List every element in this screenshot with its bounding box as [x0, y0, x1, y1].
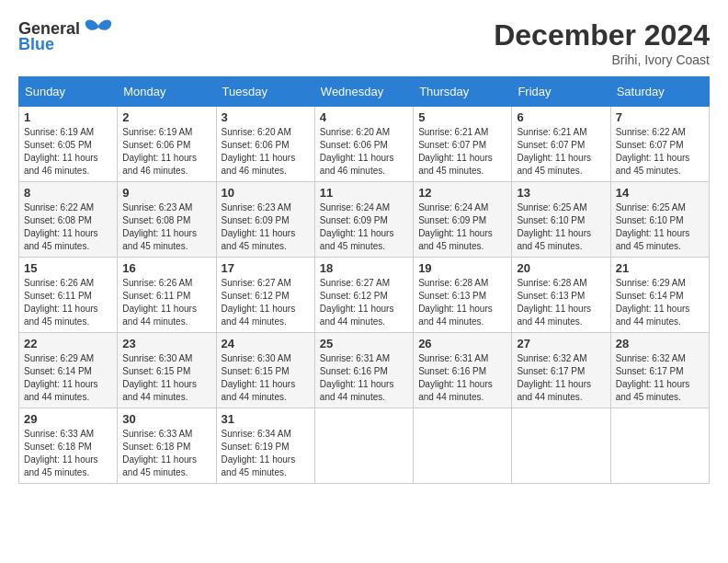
day-number: 6 [517, 110, 605, 124]
day-info: Sunrise: 6:25 AMSunset: 6:10 PMDaylight:… [517, 202, 591, 251]
day-19: 19 Sunrise: 6:28 AMSunset: 6:13 PMDaylig… [414, 258, 512, 333]
day-28: 28 Sunrise: 6:32 AMSunset: 6:17 PMDaylig… [610, 333, 709, 408]
day-number: 2 [122, 110, 210, 124]
day-info: Sunrise: 6:23 AMSunset: 6:09 PMDaylight:… [222, 202, 296, 251]
header-tuesday: Tuesday [216, 77, 314, 107]
day-info: Sunrise: 6:33 AMSunset: 6:18 PMDaylight:… [24, 429, 98, 477]
day-15: 15 Sunrise: 6:26 AMSunset: 6:11 PMDaylig… [19, 258, 118, 333]
day-info: Sunrise: 6:33 AMSunset: 6:18 PMDaylight:… [122, 429, 197, 477]
calendar-table: SundayMondayTuesdayWednesdayThursdayFrid… [18, 76, 710, 484]
day-22: 22 Sunrise: 6:29 AMSunset: 6:14 PMDaylig… [19, 333, 118, 408]
day-number: 10 [222, 186, 310, 200]
day-info: Sunrise: 6:24 AMSunset: 6:09 PMDaylight:… [320, 202, 394, 251]
header: General Blue December 2024 Brihi, Ivory … [18, 18, 710, 67]
header-sunday: Sunday [19, 77, 118, 107]
day-info: Sunrise: 6:20 AMSunset: 6:06 PMDaylight:… [222, 127, 296, 176]
day-7: 7 Sunrise: 6:22 AMSunset: 6:07 PMDayligh… [610, 107, 709, 182]
day-info: Sunrise: 6:24 AMSunset: 6:09 PMDaylight:… [418, 202, 493, 251]
title-section: December 2024 Brihi, Ivory Coast [494, 18, 710, 67]
header-thursday: Thursday [414, 77, 512, 107]
week-row-5: 29 Sunrise: 6:33 AMSunset: 6:18 PMDaylig… [19, 408, 710, 484]
day-12: 12 Sunrise: 6:24 AMSunset: 6:09 PMDaylig… [414, 182, 512, 258]
day-9: 9 Sunrise: 6:23 AMSunset: 6:08 PMDayligh… [118, 182, 216, 258]
day-27: 27 Sunrise: 6:32 AMSunset: 6:17 PMDaylig… [512, 333, 610, 408]
day-info: Sunrise: 6:27 AMSunset: 6:12 PMDaylight:… [320, 278, 394, 327]
day-number: 25 [320, 337, 408, 350]
header-saturday: Saturday [610, 77, 709, 107]
day-number: 1 [24, 110, 112, 124]
day-number: 28 [616, 337, 704, 350]
day-number: 11 [320, 186, 408, 200]
day-number: 18 [320, 261, 408, 275]
day-info: Sunrise: 6:22 AMSunset: 6:08 PMDaylight:… [24, 202, 98, 251]
day-info: Sunrise: 6:19 AMSunset: 6:06 PMDaylight:… [122, 127, 197, 176]
day-4: 4 Sunrise: 6:20 AMSunset: 6:06 PMDayligh… [314, 107, 413, 182]
day-number: 31 [222, 412, 310, 426]
day-info: Sunrise: 6:32 AMSunset: 6:17 PMDaylight:… [616, 353, 690, 402]
day-info: Sunrise: 6:21 AMSunset: 6:07 PMDaylight:… [418, 127, 493, 176]
day-info: Sunrise: 6:28 AMSunset: 6:13 PMDaylight:… [517, 278, 591, 327]
day-info: Sunrise: 6:25 AMSunset: 6:10 PMDaylight:… [616, 202, 690, 251]
header-monday: Monday [118, 77, 216, 107]
day-number: 26 [418, 337, 506, 350]
day-30: 30 Sunrise: 6:33 AMSunset: 6:18 PMDaylig… [118, 408, 216, 484]
day-number: 7 [616, 110, 704, 124]
day-20: 20 Sunrise: 6:28 AMSunset: 6:13 PMDaylig… [512, 258, 610, 333]
day-info: Sunrise: 6:30 AMSunset: 6:15 PMDaylight:… [222, 353, 296, 402]
day-26: 26 Sunrise: 6:31 AMSunset: 6:16 PMDaylig… [414, 333, 512, 408]
day-number: 8 [24, 186, 112, 200]
logo-blue-text: Blue [18, 35, 54, 54]
day-info: Sunrise: 6:29 AMSunset: 6:14 PMDaylight:… [616, 278, 690, 327]
day-number: 24 [222, 337, 310, 350]
day-31: 31 Sunrise: 6:34 AMSunset: 6:19 PMDaylig… [216, 408, 314, 484]
day-info: Sunrise: 6:31 AMSunset: 6:16 PMDaylight:… [418, 353, 493, 402]
day-23: 23 Sunrise: 6:30 AMSunset: 6:15 PMDaylig… [118, 333, 216, 408]
calendar-header-row: SundayMondayTuesdayWednesdayThursdayFrid… [19, 77, 710, 107]
day-18: 18 Sunrise: 6:27 AMSunset: 6:12 PMDaylig… [314, 258, 413, 333]
header-wednesday: Wednesday [314, 77, 413, 107]
day-11: 11 Sunrise: 6:24 AMSunset: 6:09 PMDaylig… [314, 182, 413, 258]
day-info: Sunrise: 6:31 AMSunset: 6:16 PMDaylight:… [320, 353, 394, 402]
day-info: Sunrise: 6:29 AMSunset: 6:14 PMDaylight:… [24, 353, 98, 402]
day-info: Sunrise: 6:26 AMSunset: 6:11 PMDaylight:… [122, 278, 197, 327]
day-number: 23 [122, 337, 210, 350]
day-number: 16 [122, 261, 210, 275]
logo-bird-icon [84, 18, 113, 39]
day-6: 6 Sunrise: 6:21 AMSunset: 6:07 PMDayligh… [512, 107, 610, 182]
day-number: 30 [122, 412, 210, 426]
day-17: 17 Sunrise: 6:27 AMSunset: 6:12 PMDaylig… [216, 258, 314, 333]
day-number: 13 [517, 186, 605, 200]
week-row-1: 1 Sunrise: 6:19 AMSunset: 6:05 PMDayligh… [19, 107, 710, 182]
month-title: December 2024 [494, 18, 710, 52]
day-info: Sunrise: 6:30 AMSunset: 6:15 PMDaylight:… [122, 353, 197, 402]
day-number: 3 [222, 110, 310, 124]
day-number: 22 [24, 337, 112, 350]
day-info: Sunrise: 6:27 AMSunset: 6:12 PMDaylight:… [222, 278, 296, 327]
day-24: 24 Sunrise: 6:30 AMSunset: 6:15 PMDaylig… [216, 333, 314, 408]
day-number: 14 [616, 186, 704, 200]
header-friday: Friday [512, 77, 610, 107]
day-1: 1 Sunrise: 6:19 AMSunset: 6:05 PMDayligh… [19, 107, 118, 182]
day-number: 27 [517, 337, 605, 350]
day-29: 29 Sunrise: 6:33 AMSunset: 6:18 PMDaylig… [19, 408, 118, 484]
day-info: Sunrise: 6:34 AMSunset: 6:19 PMDaylight:… [222, 429, 296, 477]
day-10: 10 Sunrise: 6:23 AMSunset: 6:09 PMDaylig… [216, 182, 314, 258]
day-number: 29 [24, 412, 112, 426]
day-number: 9 [122, 186, 210, 200]
day-number: 5 [418, 110, 506, 124]
day-info: Sunrise: 6:26 AMSunset: 6:11 PMDaylight:… [24, 278, 98, 327]
day-8: 8 Sunrise: 6:22 AMSunset: 6:08 PMDayligh… [19, 182, 118, 258]
empty-cell [610, 408, 709, 484]
empty-cell [512, 408, 610, 484]
day-info: Sunrise: 6:28 AMSunset: 6:13 PMDaylight:… [418, 278, 493, 327]
day-13: 13 Sunrise: 6:25 AMSunset: 6:10 PMDaylig… [512, 182, 610, 258]
day-info: Sunrise: 6:22 AMSunset: 6:07 PMDaylight:… [616, 127, 690, 176]
week-row-2: 8 Sunrise: 6:22 AMSunset: 6:08 PMDayligh… [19, 182, 710, 258]
empty-cell [314, 408, 413, 484]
day-number: 12 [418, 186, 506, 200]
day-number: 4 [320, 110, 408, 124]
day-number: 21 [616, 261, 704, 275]
day-5: 5 Sunrise: 6:21 AMSunset: 6:07 PMDayligh… [414, 107, 512, 182]
empty-cell [414, 408, 512, 484]
day-number: 20 [517, 261, 605, 275]
